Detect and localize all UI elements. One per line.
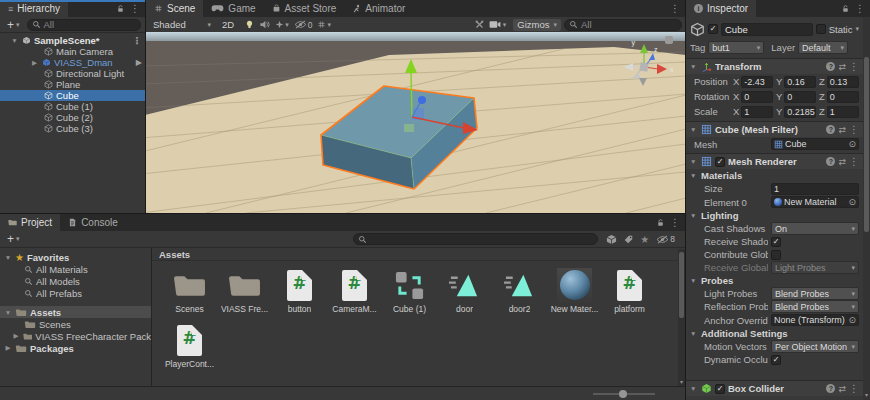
search-by-label-icon[interactable] bbox=[624, 235, 633, 244]
tab-project[interactable]: Project bbox=[0, 214, 60, 231]
prefab-open-arrow-icon[interactable]: ▶ bbox=[136, 58, 145, 67]
inspector-scrollbar[interactable]: ▾ bbox=[863, 17, 870, 400]
tab-game[interactable]: Game bbox=[203, 0, 263, 17]
additional-settings-foldout[interactable]: ▼ Additional Settings bbox=[686, 327, 863, 340]
lock-icon[interactable] bbox=[656, 218, 665, 227]
tab-inspector[interactable]: i Inspector bbox=[686, 0, 756, 17]
component-enabled-checkbox[interactable]: ✓ bbox=[715, 384, 725, 394]
lock-icon[interactable] bbox=[841, 4, 850, 13]
object-picker-icon[interactable]: ⊙ bbox=[848, 315, 856, 325]
preset-icon[interactable]: ⇄ bbox=[838, 62, 846, 72]
kebab-menu-icon[interactable]: ⋮ bbox=[132, 36, 145, 46]
scrollbar-thumb[interactable] bbox=[679, 252, 684, 318]
kebab-menu-icon[interactable]: ⋮ bbox=[849, 62, 859, 72]
foldout-icon[interactable]: ▼ bbox=[10, 37, 19, 44]
static-dropdown-icon[interactable]: ▾ bbox=[855, 25, 859, 33]
tree-item-scenes[interactable]: Scenes bbox=[0, 318, 151, 330]
tree-item-all-models[interactable]: All Models bbox=[0, 275, 151, 287]
asset-zoom-slider[interactable] bbox=[593, 387, 655, 400]
foldout-icon[interactable]: ▶ bbox=[30, 59, 39, 67]
tab-console[interactable]: Console bbox=[60, 214, 126, 231]
hierarchy-item-cube[interactable]: Cube bbox=[0, 90, 145, 101]
asset-playercont-script[interactable]: PlayerCont... bbox=[162, 322, 217, 377]
foldout-icon[interactable]: ▼ bbox=[4, 309, 12, 316]
contribute-gi-checkbox[interactable] bbox=[771, 250, 781, 260]
search-by-type-icon[interactable] bbox=[606, 234, 617, 245]
hierarchy-item-cube-1[interactable]: Cube (1) bbox=[0, 101, 145, 112]
gizmos-dropdown[interactable]: Gizmos ▾ bbox=[513, 19, 561, 31]
scene-audio-icon[interactable] bbox=[259, 19, 270, 30]
scene-camera-dropdown[interactable]: ▾ bbox=[489, 20, 507, 29]
kebab-menu-icon[interactable]: ⋮ bbox=[849, 157, 859, 167]
kebab-menu-icon[interactable]: ⋮ bbox=[849, 125, 859, 135]
asset-scenes-folder[interactable]: Scenes bbox=[162, 267, 217, 322]
object-picker-icon[interactable]: ⊙ bbox=[848, 197, 856, 207]
hidden-objects-toggle[interactable]: 0 bbox=[294, 20, 313, 30]
asset-viass-folder[interactable]: VIASS Fre... bbox=[217, 267, 272, 322]
asset-platform-script[interactable]: platform bbox=[602, 267, 657, 322]
asset-door-animation[interactable]: door bbox=[437, 267, 492, 322]
gameobject-cube-icon[interactable] bbox=[690, 22, 705, 37]
mesh-renderer-header[interactable]: ▼ ✓ Mesh Renderer ? ⇄ ⋮ bbox=[686, 154, 863, 169]
cast-shadows-dropdown[interactable]: On ▾ bbox=[771, 222, 859, 235]
scrollbar-down-arrow[interactable]: ▾ bbox=[678, 378, 685, 385]
hidden-packages-toggle[interactable]: 8 bbox=[656, 234, 675, 244]
tree-item-viass-pack[interactable]: ▶ VIASS FreeCharacter Pack bbox=[0, 330, 151, 342]
effects-dropdown[interactable]: ▾ bbox=[275, 20, 289, 29]
create-asset-button[interactable]: + ▾ bbox=[4, 233, 23, 246]
foldout-icon[interactable]: ▼ bbox=[690, 158, 698, 165]
tree-item-packages[interactable]: ▶ Packages bbox=[0, 342, 151, 354]
preset-icon[interactable]: ⇄ bbox=[838, 157, 846, 167]
receive-shadows-checkbox[interactable]: ✓ bbox=[771, 237, 781, 247]
anchor-override-field[interactable]: None (Transform) ⊙ bbox=[771, 314, 859, 326]
asset-cameram-script[interactable]: CameraM... bbox=[327, 267, 382, 322]
help-icon[interactable]: ? bbox=[826, 125, 835, 134]
kebab-menu-icon[interactable]: ⋮ bbox=[855, 4, 865, 14]
scene-viewport[interactable]: y x z bbox=[146, 32, 686, 213]
scene-search-input[interactable]: All bbox=[564, 19, 682, 31]
lighting-foldout[interactable]: ▼ Lighting bbox=[686, 209, 863, 222]
scrollbar-down-arrow[interactable]: ▾ bbox=[863, 391, 870, 398]
hierarchy-item-scene[interactable]: ▼ SampleScene* ⋮ bbox=[0, 35, 145, 46]
box-collider-header[interactable]: ▼ ✓ Box Collider ? ⇄ ⋮ bbox=[686, 381, 863, 396]
draw-mode-dropdown[interactable]: Shaded ▾ bbox=[149, 18, 215, 31]
lock-icon[interactable] bbox=[116, 4, 125, 13]
materials-foldout[interactable]: ▼ Materials bbox=[686, 169, 863, 182]
y-axis-arrow[interactable] bbox=[411, 72, 412, 117]
asset-cube1-prefab[interactable]: Cube (1) bbox=[382, 267, 437, 322]
kebab-menu-icon[interactable]: ⋮ bbox=[849, 384, 859, 394]
foldout-icon[interactable]: ▶ bbox=[12, 332, 20, 340]
material-object-field[interactable]: New Material ⊙ bbox=[771, 196, 859, 208]
scale-x-field[interactable]: 1 bbox=[741, 106, 773, 118]
hierarchy-item-cube-3[interactable]: Cube (3) bbox=[0, 123, 145, 134]
foldout-icon[interactable]: ▼ bbox=[4, 254, 12, 261]
create-object-button[interactable]: + ▾ bbox=[4, 18, 23, 31]
asset-button-script[interactable]: button bbox=[272, 267, 327, 322]
hierarchy-search-input[interactable]: All bbox=[27, 19, 141, 31]
tab-scene[interactable]: Scene bbox=[146, 0, 203, 17]
kebab-menu-icon[interactable]: ⋮ bbox=[670, 4, 680, 14]
hierarchy-item-directional-light[interactable]: Directional Light bbox=[0, 68, 145, 79]
tab-asset-store[interactable]: Asset Store bbox=[264, 0, 345, 17]
kebab-menu-icon[interactable]: ⋮ bbox=[670, 218, 680, 228]
help-icon[interactable]: ? bbox=[826, 62, 835, 71]
tag-dropdown[interactable]: but1 ▾ bbox=[708, 41, 764, 54]
favorites-star-icon[interactable]: ★ bbox=[640, 234, 649, 245]
xz-plane-handle[interactable] bbox=[404, 124, 414, 132]
rotation-y-field[interactable]: 0 bbox=[784, 91, 816, 103]
probes-foldout[interactable]: ▼ Probes bbox=[686, 274, 863, 287]
position-y-field[interactable]: 0.16 bbox=[784, 76, 816, 88]
hierarchy-item-main-camera[interactable]: Main Camera bbox=[0, 46, 145, 57]
layer-dropdown[interactable]: Default ▾ bbox=[798, 41, 848, 54]
component-tools-icon[interactable] bbox=[475, 20, 484, 29]
scene-lighting-icon[interactable] bbox=[245, 20, 254, 29]
component-enabled-checkbox[interactable]: ✓ bbox=[715, 157, 725, 167]
tree-item-favorites[interactable]: ▼ ★ Favorites bbox=[0, 251, 151, 263]
hierarchy-item-plane[interactable]: Plane bbox=[0, 79, 145, 90]
object-picker-icon[interactable]: ⊙ bbox=[848, 139, 856, 149]
project-search-input[interactable] bbox=[353, 233, 598, 245]
help-icon[interactable]: ? bbox=[826, 157, 835, 166]
asset-grid-scrollbar[interactable]: ▾ bbox=[678, 249, 685, 386]
tree-item-all-materials[interactable]: All Materials bbox=[0, 263, 151, 275]
asset-door2-animation[interactable]: door2 bbox=[492, 267, 547, 322]
